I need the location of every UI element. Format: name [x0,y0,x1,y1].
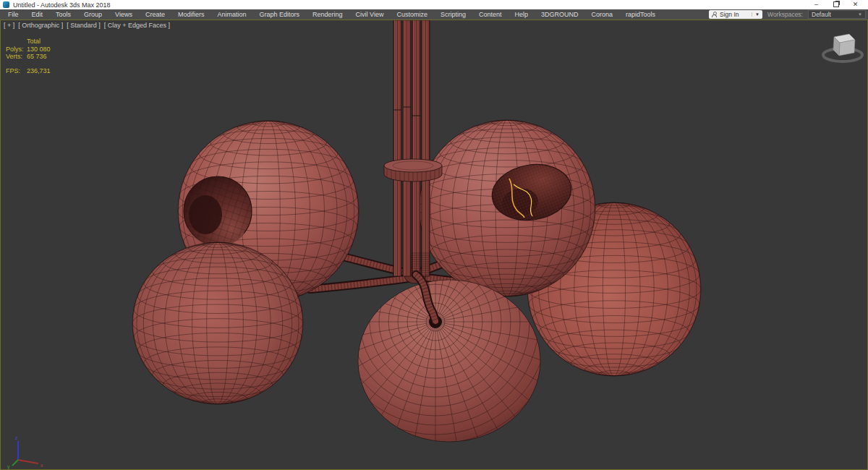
sign-in-button[interactable]: Sign In ▼ [709,10,762,19]
svg-text:z: z [15,435,18,440]
viewport-general-menu[interactable]: [ + ] [4,22,14,29]
menu-item-help[interactable]: Help [508,11,535,18]
axis-tripod: z x y [7,435,43,469]
view-cube[interactable] [823,34,862,61]
menu-item-views[interactable]: Views [109,11,139,18]
menu-item-corona[interactable]: Corona [584,11,619,18]
viewport[interactable]: z x y [ + ][ Orthographic ][ Standard ][… [0,20,868,470]
menu-item-rapidtools[interactable]: rapidTools [619,11,662,18]
chandelier-rod[interactable] [393,20,430,276]
workspaces-dropdown[interactable]: Default ▼ [808,10,866,19]
menu-item-scripting[interactable]: Scripting [434,11,472,18]
svg-text:y: y [7,464,10,469]
menu-item-tools[interactable]: Tools [49,11,77,18]
menu-item-create[interactable]: Create [139,11,171,18]
app-icon-3dsmax [3,1,9,8]
window-title: Untitled - Autodesk 3ds Max 2018 [13,1,111,9]
viewport-scene[interactable]: z x y [1,20,867,469]
menu-item-edit[interactable]: Edit [25,11,50,18]
menu-bar: FileEditToolsGroupViewsCreateModifiersAn… [0,9,868,20]
close-button[interactable]: ✕ [846,0,865,9]
menu-item-animation[interactable]: Animation [210,11,252,18]
stats-verts-value: 65 736 [27,53,47,61]
svg-text:x: x [41,463,43,468]
workspaces-label: Workspaces: [767,11,803,18]
title-bar: Untitled - Autodesk 3ds Max 2018 – ✕ [0,0,868,9]
stats-fps-value: 236,731 [27,67,51,75]
viewport-pov-menu[interactable]: [ Orthographic ] [18,22,63,29]
minimize-button[interactable]: – [807,0,826,9]
menu-item-modifiers[interactable]: Modifiers [171,11,211,18]
stats-fps-label: FPS: [6,67,27,75]
stats-polys-value: 130 080 [27,46,51,54]
menu-item-graph-editors[interactable]: Graph Editors [252,11,306,18]
menu-item-file[interactable]: File [1,11,25,18]
sign-in-label: Sign In [720,11,739,18]
restore-button[interactable] [826,0,846,9]
user-icon [712,12,717,17]
chandelier-canopy[interactable] [384,159,442,181]
viewport-shading-menu[interactable]: [ Clay + Edged Faces ] [104,22,170,29]
viewport-label: [ + ][ Orthographic ][ Standard ][ Clay … [4,22,170,29]
stats-total-header: Total [27,38,41,46]
menu-item-group[interactable]: Group [77,11,109,18]
menu-item-rendering[interactable]: Rendering [306,11,349,18]
restore-icon [833,1,839,7]
menu-item-content[interactable]: Content [472,11,509,18]
statistics-overlay: Total Polys:130 080 Verts:65 736 FPS:236… [6,38,51,74]
stats-verts-label: Verts: [6,53,27,61]
stats-polys-label: Polys: [6,46,27,54]
viewport-render-setting-menu[interactable]: [ Standard ] [67,22,101,29]
menu-item-customize[interactable]: Customize [390,11,434,18]
shade-opening [184,176,252,246]
workspaces-value: Default [812,11,831,18]
menu-item-3dground[interactable]: 3DGROUND [535,11,585,18]
menu-item-civil-view[interactable]: Civil View [349,11,391,18]
chevron-down-icon[interactable]: ▼ [752,12,760,17]
chevron-down-icon: ▼ [858,12,862,17]
